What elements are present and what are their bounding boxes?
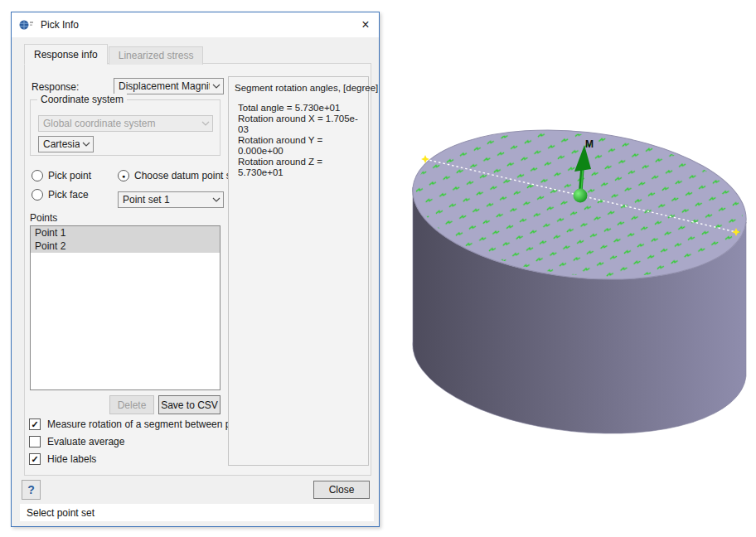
chevron-down-icon	[210, 84, 223, 89]
radio-pick-face[interactable]: Pick face	[32, 189, 89, 201]
pick-info-icon	[19, 19, 34, 31]
radio-pick-point-label: Pick point	[48, 170, 91, 181]
status-bar: Select point set	[20, 504, 374, 521]
checkbox-evaluate-average[interactable]: Evaluate average	[29, 436, 124, 448]
result-rotation-z: Rotation around Z = 5.730e+01	[238, 157, 368, 178]
close-icon: ×	[361, 17, 369, 32]
points-list[interactable]: Point 1 Point 2	[30, 225, 220, 390]
radio-pick-face-label: Pick face	[48, 189, 89, 201]
point-set-dropdown[interactable]: Point set 1	[118, 191, 224, 208]
tab-strip: Response info Linearized stress	[24, 45, 204, 64]
checkbox-check-icon: ✓	[29, 418, 41, 430]
chevron-down-icon	[80, 142, 93, 147]
close-button[interactable]: Close	[313, 481, 370, 499]
coordinate-system-group: Coordinate system Global coordinate syst…	[30, 99, 220, 156]
results-panel-title: Segment rotation angles, [degree]	[229, 77, 368, 93]
checkbox-measure-rotation[interactable]: ✓ Measure rotation of a segment between …	[29, 418, 252, 430]
tab-response-info[interactable]: Response info	[24, 44, 108, 65]
cartesian-dropdown[interactable]: Cartesian	[38, 136, 94, 152]
checkbox-check-icon: ✓	[29, 453, 41, 465]
moment-arrow-label: M	[585, 138, 594, 150]
result-rotation-x: Rotation around X = 1.705e-03	[238, 114, 368, 135]
dialog-title: Pick Info	[41, 19, 79, 31]
radio-circle: ●	[118, 170, 129, 181]
checkbox-check-icon	[29, 436, 41, 448]
dialog-titlebar[interactable]: Pick Info ×	[12, 12, 379, 37]
checkbox-evaluate-average-label: Evaluate average	[47, 436, 124, 448]
list-item[interactable]: Point 2	[31, 239, 220, 253]
tab-linearized-stress[interactable]: Linearized stress	[109, 46, 204, 65]
checkbox-measure-rotation-label: Measure rotation of a segment between po…	[47, 418, 252, 430]
checkbox-hide-labels[interactable]: ✓ Hide labels	[29, 453, 96, 465]
radio-circle	[32, 170, 43, 181]
point-set-dropdown-value: Point set 1	[119, 194, 210, 206]
chevron-down-icon	[210, 197, 223, 202]
response-dropdown[interactable]: Displacement Magnitude	[114, 78, 224, 94]
chevron-down-icon	[199, 121, 212, 126]
global-coordinate-system-value: Global coordinate system	[39, 118, 199, 129]
titlebar-close-button[interactable]: ×	[352, 12, 379, 37]
result-total-angle: Total angle = 5.730e+01	[238, 103, 368, 114]
checkbox-hide-labels-label: Hide labels	[47, 453, 96, 465]
global-coordinate-system-dropdown: Global coordinate system	[38, 115, 213, 132]
delete-button: Delete	[109, 395, 154, 414]
pick-info-dialog: Pick Info × Response info Linearized str…	[11, 12, 380, 527]
response-info-tab-page: Response: Displacement Magnitude Coordin…	[24, 63, 371, 476]
help-button[interactable]: ?	[22, 480, 41, 500]
segment-rotation-results-panel: Segment rotation angles, [degree] Total …	[228, 76, 369, 466]
radio-pick-point[interactable]: Pick point	[32, 170, 91, 181]
center-point-sphere[interactable]	[574, 189, 588, 203]
response-label: Response:	[32, 81, 79, 93]
result-rotation-y: Rotation around Y = 0.000e+00	[238, 135, 368, 157]
response-dropdown-value: Displacement Magnitude	[114, 80, 210, 92]
points-label: Points	[30, 212, 57, 224]
coordinate-system-group-label: Coordinate system	[37, 94, 127, 105]
radio-choose-datum-point-set[interactable]: ● Choose datum point set	[118, 170, 240, 181]
cartesian-dropdown-value: Cartesian	[39, 138, 80, 150]
screen: M Pick Info × Response info Lineariz	[0, 0, 756, 537]
radio-circle	[32, 189, 43, 201]
list-item[interactable]: Point 1	[31, 226, 220, 239]
status-bar-text: Select point set	[27, 507, 94, 519]
save-to-csv-button[interactable]: Save to CSV	[158, 395, 220, 414]
radio-choose-datum-label: Choose datum point set	[134, 170, 240, 181]
